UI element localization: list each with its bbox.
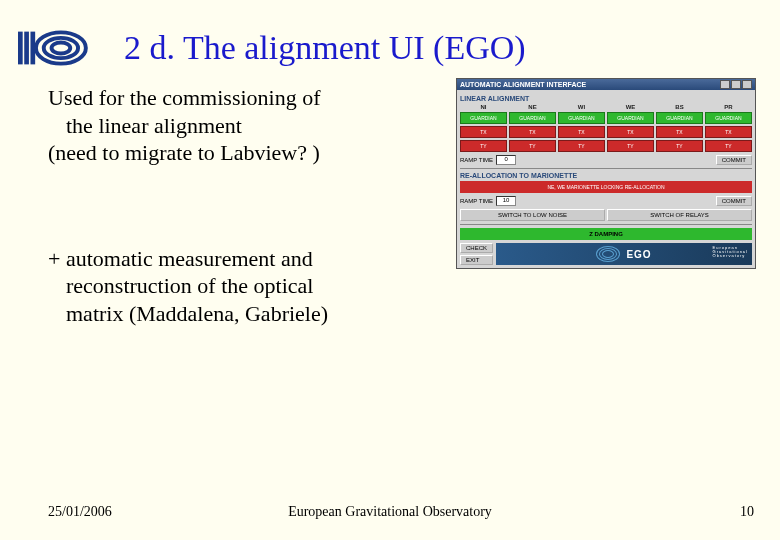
ty-button: TY [705,140,752,152]
col-ni: NI [460,104,507,110]
window-titlebar: AUTOMATIC ALIGNMENT INTERFACE [457,79,755,90]
footer-page-number: 10 [740,504,754,520]
tx-button: TX [558,126,605,138]
ty-button: TY [509,140,556,152]
svg-point-5 [52,43,71,54]
tx-button: TX [460,126,507,138]
switch-relays-button: SWITCH OF RELAYS [607,209,752,221]
commit-button: COMMIT [716,196,752,206]
guardian-button: GUARDIAN [509,112,556,124]
footer-org: European Gravitational Observatory [288,504,492,520]
ty-button: TY [656,140,703,152]
col-we: WE [607,104,654,110]
tx-button: TX [607,126,654,138]
svg-rect-1 [24,32,29,65]
bullet-commissioning: Used for the commissioning of the linear… [48,84,448,167]
ego-logo: EGO European Gravitational Observatory [496,243,752,265]
ty-button: TY [460,140,507,152]
switch-low-noise-button: SWITCH TO LOW NOISE [460,209,605,221]
ramp-time-input: 10 [496,196,516,206]
col-pr: PR [705,104,752,110]
guardian-button: GUARDIAN [460,112,507,124]
ramp-time-input: 0 [496,155,516,165]
col-ne: NE [509,104,556,110]
bullet-automatic-measurement: + automatic measurement and reconstructi… [48,245,448,328]
maximize-icon [731,80,741,89]
marionette-locking-bar: NE, WE MARIONETTE LOCKING RE-ALLOCATION [460,181,752,193]
guardian-button: GUARDIAN [656,112,703,124]
guardian-button: GUARDIAN [705,112,752,124]
section-reallocation: RE-ALLOCATION TO MARIONETTE [460,172,752,179]
ramp-time-label: RAMP TIME [460,157,493,163]
exit-button: EXIT [460,255,493,265]
tx-button: TX [705,126,752,138]
alignment-ui-screenshot: AUTOMATIC ALIGNMENT INTERFACE LINEAR ALI… [456,78,756,327]
ty-button: TY [607,140,654,152]
commit-button: COMMIT [716,155,752,165]
z-damping-bar: Z DAMPING [460,228,752,240]
col-wi: WI [558,104,605,110]
slide-title: 2 d. The alignment UI (EGO) [124,29,526,67]
section-linear-alignment: LINEAR ALIGNMENT [460,95,752,102]
tx-button: TX [656,126,703,138]
svg-rect-0 [18,32,23,65]
check-button: CHECK [460,243,493,253]
spiral-logo [18,28,96,68]
col-bs: BS [656,104,703,110]
ramp-time-label: RAMP TIME [460,198,493,204]
minimize-icon [720,80,730,89]
guardian-button: GUARDIAN [558,112,605,124]
close-icon [742,80,752,89]
guardian-button: GUARDIAN [607,112,654,124]
footer-date: 25/01/2006 [48,504,112,520]
tx-button: TX [509,126,556,138]
ty-button: TY [558,140,605,152]
